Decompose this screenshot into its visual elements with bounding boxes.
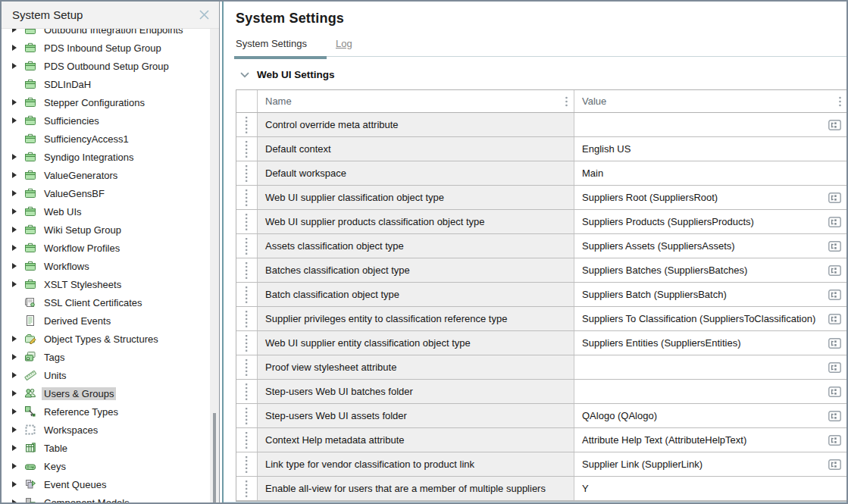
- expand-arrow-icon[interactable]: [12, 354, 19, 360]
- setting-value-cell[interactable]: Main: [574, 161, 846, 185]
- scrollbar-track[interactable]: [210, 29, 219, 502]
- hierarchy-picker-icon[interactable]: [828, 362, 841, 373]
- setting-value-cell[interactable]: Suppliers Entities (SuppliersEntities): [574, 331, 846, 355]
- row-drag-handle[interactable]: [236, 404, 258, 427]
- setting-name-cell[interactable]: Step-users Web UI assets folder: [258, 404, 574, 427]
- setting-value-cell[interactable]: Suppliers Assets (SuppliersAssets): [574, 234, 846, 258]
- setting-value-cell[interactable]: [574, 113, 846, 136]
- sidebar-item-event-queues[interactable]: Event Queues: [2, 475, 210, 493]
- sidebar-item-sufficiencyaccess1[interactable]: SufficiencyAccess1: [2, 130, 210, 148]
- sidebar-item-tags[interactable]: Tags: [2, 348, 210, 366]
- expand-arrow-icon[interactable]: [12, 427, 19, 433]
- hierarchy-picker-icon[interactable]: [828, 459, 841, 470]
- row-drag-handle[interactable]: [236, 477, 258, 500]
- expand-arrow-icon[interactable]: [12, 245, 19, 251]
- hierarchy-picker-icon[interactable]: [828, 193, 841, 203]
- expand-arrow-icon[interactable]: [12, 154, 19, 160]
- expand-arrow-icon[interactable]: [12, 29, 19, 33]
- setting-value-cell[interactable]: Y: [574, 477, 846, 500]
- hierarchy-picker-icon[interactable]: [828, 217, 841, 227]
- sidebar-item-pds-outbound-setup-group[interactable]: PDS Outbound Setup Group: [2, 57, 210, 75]
- sidebar-item-reference-types[interactable]: Reference Types: [2, 402, 210, 421]
- sidebar-item-web-uis[interactable]: Web UIs: [2, 202, 210, 221]
- column-header-name[interactable]: Name: [258, 90, 574, 112]
- setting-name-cell[interactable]: Control override meta attribute: [258, 113, 574, 136]
- sidebar-item-derived-events[interactable]: Derived Events: [2, 311, 210, 330]
- chevron-down-icon[interactable]: [240, 72, 249, 78]
- sidebar-item-wiki-setup-group[interactable]: Wiki Setup Group: [2, 221, 210, 239]
- setting-name-cell[interactable]: Default context: [258, 137, 574, 161]
- hierarchy-picker-icon[interactable]: [828, 411, 841, 421]
- sidebar-item-workflow-profiles[interactable]: Workflow Profiles: [2, 239, 210, 257]
- setting-value-cell[interactable]: [574, 380, 846, 403]
- row-drag-handle[interactable]: [236, 355, 258, 379]
- row-drag-handle[interactable]: [236, 113, 258, 136]
- setting-value-cell[interactable]: Attribute Help Text (AttributeHelpText): [574, 428, 846, 452]
- expand-arrow-icon[interactable]: [12, 190, 19, 196]
- setting-value-cell[interactable]: Suppliers Batch (SuppliersBatch): [574, 283, 846, 306]
- sidebar-item-component-models[interactable]: Component Models: [2, 493, 210, 502]
- sidebar-item-syndigo-integrations[interactable]: Syndigo Integrations: [2, 148, 210, 166]
- row-drag-handle[interactable]: [236, 234, 258, 258]
- expand-arrow-icon[interactable]: [12, 117, 19, 124]
- setting-value-cell[interactable]: English US: [574, 137, 846, 161]
- sidebar-item-units[interactable]: Units: [2, 366, 210, 384]
- hierarchy-picker-icon[interactable]: [828, 338, 841, 349]
- setting-value-cell[interactable]: [574, 355, 846, 379]
- expand-arrow-icon[interactable]: [12, 63, 19, 69]
- column-header-value[interactable]: Value: [574, 90, 846, 112]
- sidebar-item-valuegensbf[interactable]: ValueGensBF: [2, 184, 210, 202]
- sidebar-item-table[interactable]: Table: [2, 439, 210, 457]
- sidebar-item-valuegenerators[interactable]: ValueGenerators: [2, 166, 210, 184]
- setting-value-cell[interactable]: Suppliers To Classification (SuppliersTo…: [574, 307, 846, 330]
- setting-name-cell[interactable]: Proof view stylesheet attribute: [258, 355, 574, 379]
- expand-arrow-icon[interactable]: [12, 208, 19, 214]
- expand-arrow-icon[interactable]: [12, 227, 19, 233]
- row-drag-handle[interactable]: [236, 283, 258, 306]
- row-drag-handle[interactable]: [236, 186, 258, 209]
- setting-name-cell[interactable]: Link type for vendor classification to p…: [258, 452, 574, 476]
- tab-log[interactable]: Log: [336, 38, 352, 49]
- row-drag-handle[interactable]: [236, 452, 258, 476]
- expand-arrow-icon[interactable]: [12, 172, 19, 178]
- sidebar-item-ssl-client-certificates[interactable]: SSL Client Certificates: [2, 293, 210, 311]
- expand-arrow-icon[interactable]: [12, 499, 19, 502]
- setting-value-cell[interactable]: Suppliers Batches (SuppliersBatches): [574, 258, 846, 282]
- expand-arrow-icon[interactable]: [12, 409, 19, 415]
- setting-name-cell[interactable]: Batches classification object type: [258, 258, 574, 282]
- setting-name-cell[interactable]: Web UI supplier classification object ty…: [258, 186, 574, 209]
- expand-arrow-icon[interactable]: [12, 463, 19, 469]
- tab-system-settings[interactable]: System Settings: [236, 38, 307, 49]
- sidebar-item-pds-inbound-setup-group[interactable]: PDS Inbound Setup Group: [2, 39, 210, 57]
- expand-arrow-icon[interactable]: [12, 481, 19, 487]
- setting-value-cell[interactable]: Suppliers Root (SuppliersRoot): [574, 186, 846, 209]
- expand-arrow-icon[interactable]: [12, 390, 19, 396]
- setting-name-cell[interactable]: Supplier privileges entity to classifica…: [258, 307, 574, 330]
- sidebar-item-workflows[interactable]: Workflows: [2, 257, 210, 275]
- expand-arrow-icon[interactable]: [12, 445, 19, 451]
- setting-name-cell[interactable]: Batch classification object type: [258, 283, 574, 306]
- sidebar-item-sdlindah[interactable]: SDLInDaH: [2, 75, 210, 93]
- setting-name-cell[interactable]: Context Help metadata attribute: [258, 428, 574, 452]
- column-menu-icon[interactable]: [565, 96, 568, 107]
- setting-name-cell[interactable]: Web UI supplier entity classification ob…: [258, 331, 574, 355]
- row-drag-handle[interactable]: [236, 331, 258, 355]
- row-drag-handle[interactable]: [236, 258, 258, 282]
- expand-arrow-icon[interactable]: [12, 336, 19, 342]
- close-icon[interactable]: [199, 9, 210, 20]
- expand-arrow-icon[interactable]: [12, 372, 19, 378]
- setting-name-cell[interactable]: Enable all-view for users that are a mem…: [258, 477, 574, 500]
- setting-name-cell[interactable]: Web UI supplier products classification …: [258, 210, 574, 233]
- expand-arrow-icon[interactable]: [12, 45, 19, 51]
- setting-value-cell[interactable]: Suppliers Products (SuppliersProducts): [574, 210, 846, 233]
- hierarchy-picker-icon[interactable]: [828, 314, 841, 324]
- hierarchy-picker-icon[interactable]: [828, 387, 841, 397]
- hierarchy-picker-icon[interactable]: [828, 120, 841, 130]
- setting-name-cell[interactable]: Default workspace: [258, 161, 574, 185]
- sidebar-item-sufficiencies[interactable]: Sufficiencies: [2, 111, 210, 130]
- sidebar-item-stepper-configurations[interactable]: Stepper Configurations: [2, 93, 210, 111]
- setting-name-cell[interactable]: Step-users Web UI batches folder: [258, 380, 574, 403]
- sidebar-item-users-groups[interactable]: Users & Groups: [2, 384, 210, 402]
- hierarchy-picker-icon[interactable]: [828, 290, 841, 300]
- sidebar-item-outbound-integration-endpoints[interactable]: Outbound Integration Endpoints: [2, 29, 210, 39]
